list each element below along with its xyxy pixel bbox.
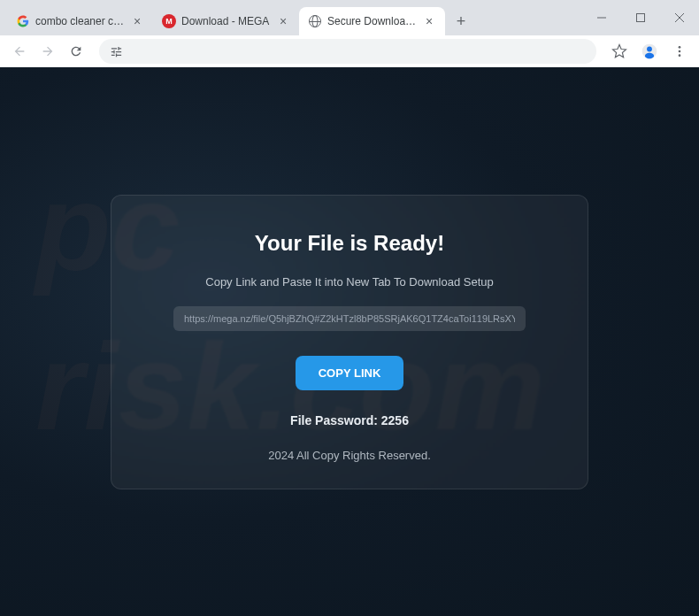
svg-rect-1 [637,14,645,22]
tab-title: Download - MEGA [181,15,273,27]
close-icon[interactable]: × [130,14,144,28]
tab-secure-download[interactable]: Secure Download Storage × [299,7,445,35]
reload-button[interactable] [64,39,88,64]
tab-strip: combo cleaner crack 2024 dow × M Downloa… [0,0,699,35]
maximize-button[interactable] [621,4,660,32]
address-bar[interactable] [99,39,596,64]
profile-button[interactable] [637,39,662,64]
google-icon [16,14,30,28]
minimize-button[interactable] [582,4,621,32]
tab-title: combo cleaner crack 2024 dow [35,15,127,27]
globe-icon [308,14,322,28]
copyright-footer: 2024 All Copy Rights Reserved. [173,449,526,462]
card-title: Your File is Ready! [173,231,526,256]
toolbar [0,35,699,67]
tab-google-search[interactable]: combo cleaner crack 2024 dow × [7,7,153,35]
new-tab-button[interactable]: + [449,9,473,34]
browser-chrome: combo cleaner crack 2024 dow × M Downloa… [0,0,699,67]
back-button[interactable] [7,39,32,64]
svg-point-5 [647,47,652,52]
tune-icon [110,45,123,58]
card-subtitle: Copy Link and Paste It into New Tab To D… [173,275,526,289]
close-icon[interactable]: × [276,14,290,28]
svg-point-7 [679,50,681,53]
forward-button[interactable] [35,39,60,64]
tab-title: Secure Download Storage [327,15,419,27]
mega-icon: M [162,14,176,28]
link-input[interactable] [173,306,526,331]
page-content: pc risk.com Your File is Ready! Copy Lin… [0,67,699,616]
window-controls [582,0,699,35]
file-password: File Password: 2256 [173,413,526,427]
svg-point-6 [679,46,681,49]
svg-point-8 [679,54,681,57]
copy-link-button[interactable]: COPY LINK [296,356,404,390]
menu-button[interactable] [667,39,692,64]
close-icon[interactable]: × [422,14,436,28]
close-window-button[interactable] [660,4,699,32]
bookmark-button[interactable] [607,39,632,64]
tab-mega[interactable]: M Download - MEGA × [153,7,299,35]
download-card: Your File is Ready! Copy Link and Paste … [111,195,588,489]
